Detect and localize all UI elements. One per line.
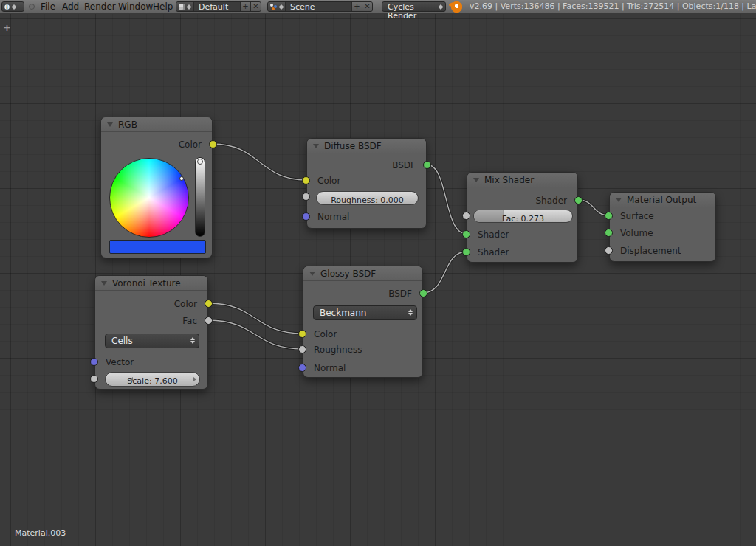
collapse-triangle-icon[interactable] [309, 272, 315, 276]
scene-icon[interactable] [268, 2, 286, 11]
layout-add-button[interactable]: + [240, 2, 250, 11]
menu-add[interactable]: Add [62, 0, 79, 13]
screen-layout-selector[interactable]: Default + ✕ [176, 1, 261, 12]
socket-roughness-input[interactable] [298, 345, 306, 353]
node-title: Mix Shader [484, 175, 534, 185]
chevron-updown-icon [187, 4, 191, 10]
collapse-triangle-icon[interactable] [107, 122, 113, 127]
color-wheel-cursor[interactable] [179, 176, 184, 181]
socket-shader-output[interactable] [574, 196, 583, 204]
scale-number-field[interactable]: Scale: 7.600 [105, 372, 200, 387]
node-title: RGB [118, 120, 137, 130]
socket-fac-output[interactable] [205, 317, 213, 325]
collapse-triangle-icon[interactable] [616, 198, 622, 202]
distribution-dropdown[interactable]: Beckmann [313, 305, 417, 320]
node-title: Material Output [627, 195, 696, 205]
socket-color-output[interactable] [205, 300, 213, 308]
layout-close-button[interactable]: ✕ [250, 2, 261, 11]
roughness-slider[interactable]: Roughness: 0.000 [316, 191, 419, 205]
node-voronoi-texture[interactable]: Voronoi Texture Color Fac Cells Vector S… [94, 275, 208, 390]
input-label-displacement: Displacement [620, 245, 681, 257]
node-mix-header[interactable]: Mix Shader [467, 173, 577, 187]
menu-file[interactable]: File [41, 0, 55, 13]
menu-render[interactable]: Render [84, 0, 116, 13]
render-engine-dropdown[interactable]: Cycles Render [382, 1, 446, 12]
chevron-updown-icon [12, 4, 16, 10]
input-label-vector: Vector [106, 356, 134, 368]
dropdown-arrows-icon [408, 309, 413, 316]
output-label-color: Color [179, 139, 202, 151]
region-expand-icon[interactable]: + [3, 22, 11, 33]
input-label-surface: Surface [620, 210, 654, 222]
input-label-normal: Normal [314, 362, 346, 374]
socket-normal-input[interactable] [302, 212, 310, 221]
collapse-triangle-icon[interactable] [473, 178, 479, 182]
node-glossy-bsdf[interactable]: Glossy BSDF BSDF Beckmann Color Roughnes… [303, 266, 423, 378]
color-wheel-picker[interactable] [109, 158, 189, 238]
menu-window[interactable]: Window [118, 0, 153, 13]
input-label-shader-2: Shader [478, 246, 509, 258]
node-material-output[interactable]: Material Output Surface Volume Displacem… [609, 192, 716, 262]
scene-selector[interactable]: Scene + ✕ [267, 1, 373, 12]
selected-color-swatch[interactable] [109, 240, 206, 254]
blender-logo-icon [451, 1, 462, 13]
dropdown-arrows-icon [190, 337, 195, 344]
socket-shader-input-2[interactable] [462, 248, 470, 256]
node-diffuse-header[interactable]: Diffuse BSDF [307, 139, 426, 153]
node-title: Diffuse BSDF [324, 141, 382, 151]
socket-color-output[interactable] [209, 140, 217, 148]
menu-help[interactable]: Help [153, 0, 173, 13]
collapse-triangle-icon[interactable] [313, 144, 319, 148]
node-glossy-header[interactable]: Glossy BSDF [303, 266, 422, 281]
node-material-output-header[interactable]: Material Output [610, 193, 715, 207]
node-title: Glossy BSDF [320, 269, 376, 279]
collapse-triangle-icon[interactable] [101, 281, 107, 286]
scene-statistics: v2.69 | Verts:136486 | Faces:139521 | Tr… [470, 0, 756, 13]
socket-fac-input[interactable] [462, 212, 470, 220]
layout-icon[interactable] [176, 2, 194, 11]
socket-scale-input[interactable] [90, 375, 98, 383]
value-slider-bar[interactable] [195, 157, 205, 237]
coloring-dropdown[interactable]: Cells [105, 334, 199, 348]
socket-color-input[interactable] [302, 176, 310, 184]
node-voronoi-header[interactable]: Voronoi Texture [95, 276, 207, 291]
socket-displacement-input[interactable] [605, 246, 613, 255]
chevron-updown-icon [279, 4, 284, 10]
scene-name-field[interactable]: Scene [286, 2, 351, 11]
output-label-bsdf: BSDF [388, 288, 412, 300]
scene-add-button[interactable]: + [351, 2, 362, 11]
input-label-normal: Normal [317, 211, 349, 223]
fac-slider-fill [474, 210, 504, 222]
node-rgb[interactable]: RGB Color [100, 117, 213, 258]
socket-bsdf-output[interactable] [423, 161, 431, 169]
info-header-bar: i File Add Render Window Help Default + … [0, 0, 756, 13]
socket-volume-input[interactable] [605, 229, 613, 237]
socket-roughness-input[interactable] [302, 193, 310, 201]
socket-shader-input-1[interactable] [462, 230, 470, 238]
input-label-color: Color [314, 328, 337, 340]
socket-vector-input[interactable] [90, 358, 98, 366]
scene-close-button[interactable]: ✕ [362, 2, 372, 11]
output-label-fac: Fac [182, 315, 197, 327]
node-diffuse-bsdf[interactable]: Diffuse BSDF BSDF Color Roughness: 0.000… [306, 138, 427, 229]
editor-type-button[interactable]: i [1, 1, 24, 12]
menu-collapse-toggle[interactable] [29, 4, 35, 10]
output-label-bsdf: BSDF [392, 159, 416, 171]
socket-normal-input[interactable] [298, 364, 306, 372]
decrement-arrow-icon[interactable] [127, 373, 136, 386]
socket-color-input[interactable] [298, 330, 306, 338]
input-label-color: Color [317, 175, 340, 187]
input-label-shader-1: Shader [478, 229, 509, 241]
input-label-volume: Volume [620, 227, 653, 239]
socket-surface-input[interactable] [605, 212, 613, 220]
value-slider-cursor[interactable] [197, 159, 203, 165]
socket-bsdf-output[interactable] [419, 289, 427, 297]
node-mix-shader[interactable]: Mix Shader Shader Fac: 0.273 Shader Shad… [467, 172, 578, 263]
node-rgb-header[interactable]: RGB [101, 117, 212, 132]
node-tree-name: Material.003 [15, 528, 66, 538]
fac-slider[interactable]: Fac: 0.273 [473, 210, 573, 223]
layout-name-field[interactable]: Default [194, 2, 240, 11]
output-label-shader: Shader [535, 195, 567, 207]
input-label-roughness: Roughness [314, 344, 362, 356]
increment-arrow-icon[interactable] [190, 373, 199, 386]
